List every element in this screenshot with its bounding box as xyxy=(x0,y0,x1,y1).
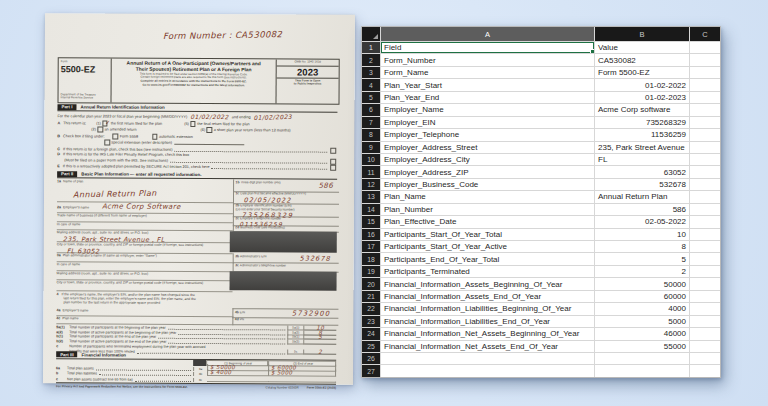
cell-A2[interactable]: Form_Number xyxy=(381,54,594,65)
cell-A12[interactable]: Employer_Business_Code xyxy=(381,179,594,190)
column-header-C[interactable]: C xyxy=(690,27,720,41)
cell-C17[interactable] xyxy=(690,241,720,252)
cell-C22[interactable] xyxy=(690,303,720,314)
cell-A1[interactable]: Field xyxy=(381,42,594,53)
row-header-18[interactable]: 18 xyxy=(362,253,380,264)
cell-C1[interactable] xyxy=(690,42,720,53)
cell-C8[interactable] xyxy=(690,129,720,140)
cell-C9[interactable] xyxy=(690,142,720,153)
cell-B12[interactable]: 532678 xyxy=(595,179,689,190)
cell-A18[interactable]: Participants_End_Of_Year_Total xyxy=(381,253,594,264)
cell-C2[interactable] xyxy=(690,54,720,65)
cell-B14[interactable]: 586 xyxy=(595,204,689,215)
row-header-5[interactable]: 5 xyxy=(362,92,380,103)
cell-C26[interactable] xyxy=(690,353,720,364)
cell-C3[interactable] xyxy=(690,67,720,78)
row-header-24[interactable]: 24 xyxy=(362,328,380,339)
cell-C24[interactable] xyxy=(690,328,720,339)
cell-A16[interactable]: Participants_Start_Of_Year_Total xyxy=(381,229,594,240)
row-header-21[interactable]: 21 xyxy=(362,291,380,302)
cell-B27[interactable] xyxy=(595,365,689,376)
cell-A25[interactable]: Financial_Information_Net_Assets_End_Of_… xyxy=(381,341,594,352)
cell-B5[interactable]: 01-02-2023 xyxy=(595,92,689,103)
cell-B4[interactable]: 01-02-2022 xyxy=(595,79,689,90)
row-header-3[interactable]: 3 xyxy=(362,67,380,78)
row-header-1[interactable]: 1 xyxy=(362,42,380,53)
cell-A14[interactable]: Plan_Number xyxy=(381,204,594,215)
cell-B2[interactable]: CA530082 xyxy=(595,54,689,65)
cell-C18[interactable] xyxy=(690,253,720,264)
column-header-B[interactable]: B xyxy=(595,27,689,41)
cell-C25[interactable] xyxy=(690,341,720,352)
row-header-11[interactable]: 11 xyxy=(362,166,380,177)
cell-C6[interactable] xyxy=(690,104,720,115)
cell-C19[interactable] xyxy=(690,266,720,277)
cell-B26[interactable] xyxy=(595,353,689,364)
cell-B13[interactable]: Annual Return Plan xyxy=(595,191,689,202)
cell-C13[interactable] xyxy=(690,191,720,202)
row-header-13[interactable]: 13 xyxy=(362,191,380,202)
row-header-12[interactable]: 12 xyxy=(362,179,380,190)
row-header-15[interactable]: 15 xyxy=(362,216,380,227)
row-header-2[interactable]: 2 xyxy=(362,54,380,65)
cell-C10[interactable] xyxy=(690,154,720,165)
cell-B24[interactable]: 46000 xyxy=(595,328,689,339)
cell-B11[interactable]: 63052 xyxy=(595,166,689,177)
row-header-10[interactable]: 10 xyxy=(362,154,380,165)
cell-A8[interactable]: Employer_Telephone xyxy=(381,129,594,140)
row-header-22[interactable]: 22 xyxy=(362,303,380,314)
column-header-A[interactable]: A xyxy=(381,27,594,41)
cell-A4[interactable]: Plan_Year_Start xyxy=(381,79,594,90)
cell-A27[interactable] xyxy=(381,365,594,376)
cell-A6[interactable]: Employer_Name xyxy=(381,104,594,115)
row-header-4[interactable]: 4 xyxy=(362,79,380,90)
cell-C21[interactable] xyxy=(690,291,720,302)
cell-B18[interactable]: 5 xyxy=(595,253,689,264)
cell-B23[interactable]: 5000 xyxy=(595,316,689,327)
cell-A24[interactable]: Financial_Information_Net_Assets_Beginni… xyxy=(381,328,594,339)
row-header-27[interactable]: 27 xyxy=(362,365,380,376)
cell-A15[interactable]: Plan_Effective_Date xyxy=(381,216,594,227)
row-header-23[interactable]: 23 xyxy=(362,316,380,327)
row-header-25[interactable]: 25 xyxy=(362,341,380,352)
select-all-corner[interactable] xyxy=(362,27,380,41)
cell-B1[interactable]: Value xyxy=(595,42,689,53)
cell-C5[interactable] xyxy=(690,92,720,103)
row-header-20[interactable]: 20 xyxy=(362,278,380,289)
cell-A13[interactable]: Plan_Name xyxy=(381,191,594,202)
cell-B20[interactable]: 50000 xyxy=(595,278,689,289)
cell-C7[interactable] xyxy=(690,117,720,128)
cell-C14[interactable] xyxy=(690,204,720,215)
cell-B8[interactable]: 11536259 xyxy=(595,129,689,140)
cell-A23[interactable]: Financial_Information_Liabilities_End_Of… xyxy=(381,316,594,327)
row-header-14[interactable]: 14 xyxy=(362,204,380,215)
cell-A9[interactable]: Employer_Address_Street xyxy=(381,142,594,153)
cell-A17[interactable]: Participants_Start_Of_Year_Active xyxy=(381,241,594,252)
cell-B7[interactable]: 735268329 xyxy=(595,117,689,128)
cell-A11[interactable]: Employer_Address_ZIP xyxy=(381,166,594,177)
cell-A7[interactable]: Employer_EIN xyxy=(381,117,594,128)
cell-B3[interactable]: Form 5500-EZ xyxy=(595,67,689,78)
cell-B9[interactable]: 235, Park Street Avenue xyxy=(595,142,689,153)
cell-B22[interactable]: 4000 xyxy=(595,303,689,314)
cell-C27[interactable] xyxy=(690,365,720,376)
cell-A19[interactable]: Participants_Terminated xyxy=(381,266,594,277)
cell-B6[interactable]: Acme Corp software xyxy=(595,104,689,115)
cell-B19[interactable]: 2 xyxy=(595,266,689,277)
row-header-16[interactable]: 16 xyxy=(362,229,380,240)
row-header-26[interactable]: 26 xyxy=(362,353,380,364)
row-header-7[interactable]: 7 xyxy=(362,117,380,128)
cell-C20[interactable] xyxy=(690,278,720,289)
row-header-19[interactable]: 19 xyxy=(362,266,380,277)
cell-A20[interactable]: Financial_Information_Assets_Beginning_O… xyxy=(381,278,594,289)
row-header-17[interactable]: 17 xyxy=(362,241,380,252)
cell-C11[interactable] xyxy=(690,166,720,177)
row-header-9[interactable]: 9 xyxy=(362,142,380,153)
cell-A5[interactable]: Plan_Year_End xyxy=(381,92,594,103)
cell-C12[interactable] xyxy=(690,179,720,190)
cell-A26[interactable] xyxy=(381,353,594,364)
cell-B15[interactable]: 02-05-2022 xyxy=(595,216,689,227)
cell-B17[interactable]: 8 xyxy=(595,241,689,252)
cell-C23[interactable] xyxy=(690,316,720,327)
cell-A10[interactable]: Employer_Address_City xyxy=(381,154,594,165)
